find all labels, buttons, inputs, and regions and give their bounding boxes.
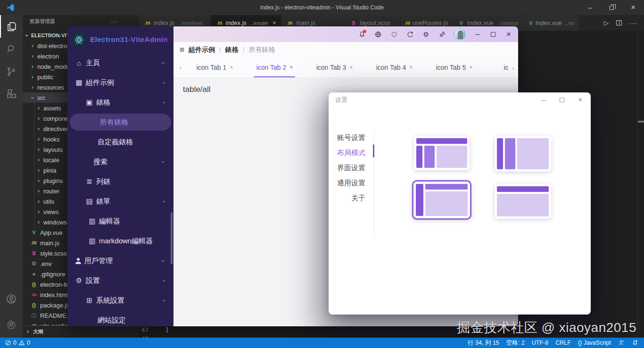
dialog-close-button[interactable]: × bbox=[577, 96, 584, 104]
sidebar-menu-item[interactable]: 自定義錶格 bbox=[67, 132, 173, 152]
sidebar-menu-item[interactable]: ≣列錶 bbox=[67, 172, 173, 191]
explorer-icon[interactable] bbox=[0, 15, 23, 38]
scss-file-icon: S bbox=[30, 250, 38, 256]
sidebar-menu-item[interactable]: 網站設定 bbox=[67, 310, 173, 326]
app-tab-label: icon Tab 5 bbox=[436, 64, 466, 71]
app-tab[interactable]: icon Tab 2× bbox=[245, 58, 305, 78]
dialog-menu-item[interactable]: 界面设置 bbox=[337, 160, 365, 175]
thumb-content bbox=[425, 191, 468, 216]
app-maximize-button[interactable] bbox=[489, 32, 497, 37]
sidebar-menu-item[interactable]: 用戶管理› bbox=[67, 251, 173, 271]
close-icon[interactable]: × bbox=[289, 64, 293, 71]
breadcrumb-item[interactable]: 組件示例 bbox=[189, 46, 215, 54]
refresh-icon[interactable] bbox=[406, 30, 414, 38]
layout-thumb-double-sidebar[interactable] bbox=[495, 136, 551, 172]
dialog-maximize-button[interactable] bbox=[558, 98, 566, 102]
sidebar-menu-item[interactable]: ⊞系統設置› bbox=[67, 290, 173, 310]
encoding[interactable]: UTF-8 bbox=[532, 340, 548, 346]
restore-button[interactable] bbox=[601, 0, 622, 15]
account-icon[interactable] bbox=[0, 288, 23, 310]
thumb-sidebar bbox=[416, 184, 423, 216]
search-icon[interactable] bbox=[0, 38, 23, 60]
menu-item-label: 組件示例 bbox=[86, 78, 114, 87]
file-name: electron bbox=[37, 53, 59, 60]
dialog-menu-item[interactable]: 通用设置 bbox=[337, 175, 365, 191]
theme-sparkle-icon[interactable] bbox=[390, 30, 398, 38]
layout-thumb-topbar-only[interactable] bbox=[495, 184, 551, 219]
collapse-menu-icon[interactable]: ≡ bbox=[180, 45, 184, 55]
explorer-more-icon[interactable]: ··· bbox=[111, 18, 118, 25]
split-editor-icon[interactable] bbox=[616, 20, 622, 25]
dialog-minimize-button[interactable]: ─ bbox=[540, 97, 547, 104]
close-icon[interactable]: × bbox=[469, 64, 472, 71]
sidebar-scrollbar-thumb[interactable] bbox=[171, 212, 173, 264]
app-settings-gear-icon[interactable]: ⚙ bbox=[422, 30, 430, 38]
extensions-icon[interactable] bbox=[0, 83, 23, 106]
sidebar-menu-item[interactable]: ▤錶單› bbox=[67, 191, 173, 211]
source-control-icon[interactable] bbox=[0, 60, 23, 83]
chevron-right-icon: › bbox=[25, 328, 30, 335]
menu-item-label: 自定義錶格 bbox=[98, 138, 133, 147]
close-icon[interactable]: × bbox=[230, 64, 233, 71]
indentation[interactable]: 空格: 2 bbox=[506, 339, 525, 347]
minimize-button[interactable]: ─ bbox=[579, 0, 601, 15]
app-tab[interactable]: icon Tab 1× bbox=[185, 58, 245, 78]
layout-thumb-topbar-with-double-sidebar[interactable] bbox=[414, 136, 470, 170]
app-tab[interactable]: icon Tab 3× bbox=[305, 58, 364, 78]
close-icon[interactable]: × bbox=[409, 64, 413, 71]
tabs-scroll-right-icon[interactable]: › bbox=[509, 64, 517, 72]
chevron-right-icon: › bbox=[36, 218, 41, 225]
html-file-icon: <> bbox=[30, 292, 38, 298]
bell-icon[interactable] bbox=[358, 30, 366, 38]
sidebar-menu-item[interactable]: ▣錶格› bbox=[67, 92, 173, 112]
breadcrumb-item[interactable]: 錶格 bbox=[225, 46, 239, 54]
app-tab[interactable]: icon Tab 5× bbox=[424, 58, 484, 78]
app-close-button[interactable]: × bbox=[505, 30, 512, 39]
cursor-position[interactable]: 行 34, 列 15 bbox=[468, 339, 499, 347]
outline-section[interactable]: › 大纲 bbox=[23, 325, 139, 338]
thumb-content bbox=[437, 146, 467, 168]
run-icon[interactable]: ▷ bbox=[604, 19, 609, 26]
feedback-person-icon[interactable] bbox=[618, 340, 625, 346]
sidebar-menu-item[interactable]: ▦組件示例› bbox=[67, 73, 173, 92]
js-file-icon: JS bbox=[286, 21, 294, 25]
sidebar-menu-item[interactable]: ▥編輯器 bbox=[67, 211, 173, 231]
maximize-icon bbox=[560, 98, 564, 102]
sidebar-menu-item[interactable]: 所有錶格 bbox=[70, 114, 171, 131]
errors-indicator[interactable]: 0 bbox=[5, 340, 17, 346]
eol-sequence[interactable]: CRLF bbox=[555, 340, 571, 346]
sidebar-menu-item[interactable]: ⚙設置› bbox=[67, 271, 173, 290]
chevron-up-icon: › bbox=[159, 299, 166, 301]
app-tab[interactable]: icon Tab 4× bbox=[364, 58, 424, 78]
sidebar-menu-item[interactable]: ▥markdown編輯器 bbox=[67, 231, 173, 251]
warnings-indicator[interactable]: 0 bbox=[18, 340, 30, 346]
breadcrumb-item[interactable]: 所有錶格 bbox=[249, 46, 275, 54]
close-button[interactable]: × bbox=[622, 0, 644, 15]
close-icon[interactable]: × bbox=[272, 19, 276, 26]
notifications-bell-icon[interactable] bbox=[632, 340, 638, 346]
dialog-menu-item[interactable]: 布局模式 bbox=[337, 145, 365, 160]
chevron-down-icon: › bbox=[159, 260, 166, 262]
editor-scrollbar-thumb[interactable] bbox=[638, 121, 644, 123]
layout-thumb-sidebar-with-topbar[interactable] bbox=[412, 180, 471, 220]
language-globe-icon[interactable] bbox=[374, 30, 382, 38]
app-minimize-button[interactable]: ─ bbox=[474, 31, 481, 38]
js-file-icon: JS bbox=[405, 21, 410, 25]
close-icon[interactable]: × bbox=[349, 64, 353, 71]
editor-icon: ▥ bbox=[88, 237, 96, 245]
sidebar-menu-item[interactable]: 搜索› bbox=[67, 152, 173, 172]
dialog-menu-item[interactable]: 关于 bbox=[337, 191, 365, 206]
more-actions-icon[interactable]: ··· bbox=[629, 19, 637, 27]
tabs-scroll-left-icon[interactable]: › bbox=[176, 64, 185, 71]
dialog-menu-item[interactable]: 账号设置 bbox=[337, 130, 365, 145]
sidebar-menu-item[interactable]: ⌂主頁› bbox=[67, 53, 173, 73]
js-file-icon: JS bbox=[144, 21, 151, 25]
file-name: pinia bbox=[43, 167, 56, 174]
chevron-right-icon: › bbox=[36, 166, 41, 174]
user-avatar[interactable] bbox=[454, 28, 466, 40]
editor-tab[interactable]: Vindex.vue...\m bbox=[524, 15, 579, 31]
language-mode[interactable]: {} JavaScript bbox=[578, 340, 611, 346]
settings-gear-icon[interactable] bbox=[0, 313, 23, 336]
pin-icon[interactable] bbox=[438, 30, 446, 38]
status-bar: 0 0 行 34, 列 15 空格: 2 UTF-8 CRLF {} JavaS… bbox=[0, 338, 644, 348]
